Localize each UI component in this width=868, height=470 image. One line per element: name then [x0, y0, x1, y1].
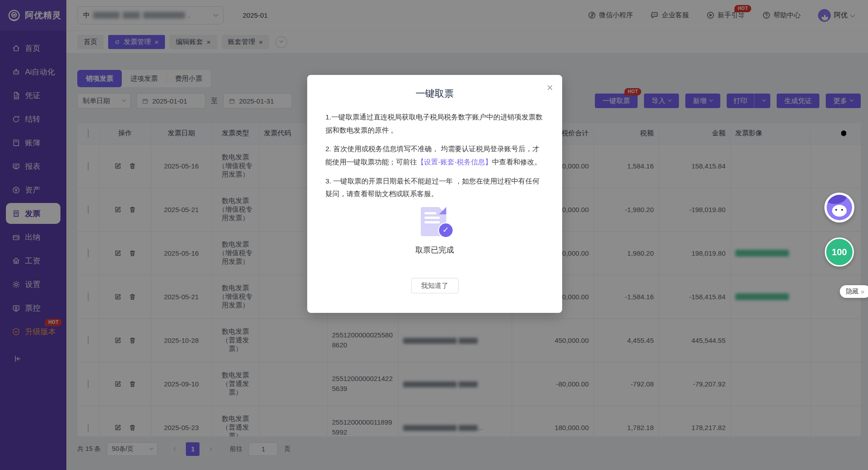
- dialog-title: 一键取票: [307, 87, 562, 100]
- dialog-paragraph-2: 2. 首次使用或税务信息填写不准确， 均需要认证税局登录账号后，才能使用一键取票…: [325, 143, 544, 168]
- one-click-fetch-dialog: × 一键取票 1.一键取票通过直连税局获取电子税局税务数字账户中的进销项发票数据…: [307, 75, 562, 313]
- dialog-body: 1.一键取票通过直连税局获取电子税局税务数字账户中的进销项发票数据和数电发票的原…: [307, 100, 562, 293]
- health-score-badge[interactable]: 100: [825, 237, 854, 267]
- confirm-button[interactable]: 我知道了: [411, 278, 459, 293]
- mascot-avatar-icon: [827, 195, 852, 220]
- assistant-mascot[interactable]: [824, 193, 854, 223]
- fetch-complete-status: 取票已完成: [325, 243, 544, 257]
- close-icon[interactable]: ×: [547, 82, 553, 93]
- check-circle-icon: ✓: [438, 223, 454, 238]
- dialog-paragraph-3: 3. 一键取票的开票日期最长不能超过一年 ，如您在使用过程中有任何疑问，请查看帮…: [325, 175, 544, 201]
- invoice-document-icon: ✓: [421, 207, 449, 236]
- hide-label: 隐藏: [846, 287, 858, 296]
- hide-widget-button[interactable]: 隐藏 »: [840, 285, 868, 298]
- double-chevron-right-icon: »: [861, 288, 863, 295]
- settings-tax-info-link[interactable]: 【设置-账套-税务信息】: [417, 158, 492, 166]
- dialog-paragraph-2-tail: 中查看和修改。: [492, 158, 542, 166]
- dialog-paragraph-1: 1.一键取票通过直连税局获取电子税局税务数字账户中的进销项发票数据和数电发票的原…: [325, 111, 544, 137]
